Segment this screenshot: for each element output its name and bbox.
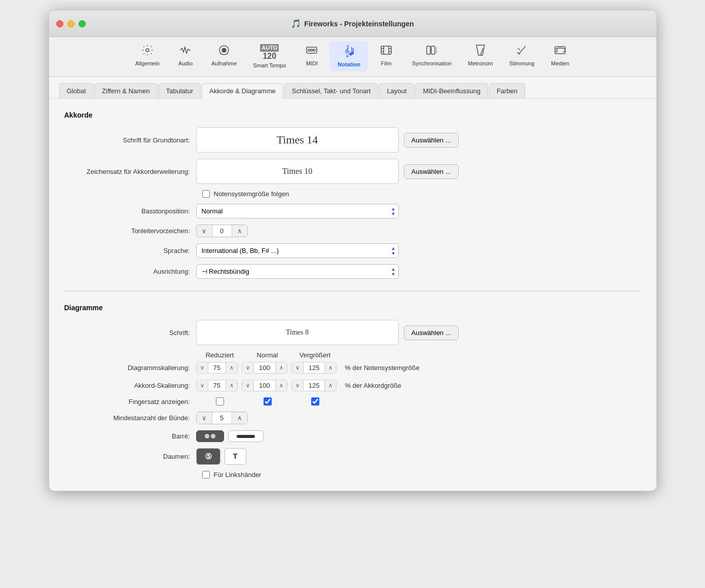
basstonposition-label: Basstonposition:: [64, 207, 196, 215]
notensystem-checkbox[interactable]: [202, 190, 210, 198]
akkordskalierung-suffix: % der Akkordgröße: [345, 382, 401, 389]
ausrichtung-select-wrapper: ⊣ Rechtsbündig Linksbündig Zentriert ▲ ▼: [196, 264, 399, 279]
toolbar-item-medien[interactable]: Medien: [542, 41, 578, 71]
diagramm-vergross-increase[interactable]: ∧: [325, 363, 336, 373]
fingersatz-normal-checkbox[interactable]: [264, 397, 272, 406]
toolbar-item-smart-tempo[interactable]: AUTO 120 Smart Tempo: [245, 41, 294, 71]
sprache-select[interactable]: International (B, Bb, F# ...) Deutsch En…: [196, 243, 399, 258]
basstonposition-select-wrapper: Normal Unten Oben ▲ ▼: [196, 204, 399, 218]
daumen-option-T[interactable]: T: [225, 448, 246, 465]
tab-schlüssel[interactable]: Schlüssel, Takt- und Tonart: [284, 83, 379, 98]
toolbar-item-stimmung[interactable]: Stimmung: [501, 41, 543, 71]
medien-label: Medien: [551, 60, 569, 66]
barre-option-line[interactable]: [228, 430, 264, 442]
basstonposition-select[interactable]: Normal Unten Oben: [196, 204, 399, 218]
akkord-reduziert-increase[interactable]: ∧: [226, 381, 237, 390]
daumen-option-circle[interactable]: ⑤: [196, 448, 220, 465]
svg-line-28: [518, 48, 520, 50]
barre-dots-icon: [205, 434, 215, 438]
tonleitervorzeichen-increase[interactable]: ∧: [232, 225, 247, 237]
toolbar-item-notation[interactable]: 𝄞 Notation: [329, 41, 368, 71]
film-icon: [380, 44, 392, 58]
diagramm-vergross-decrease[interactable]: ∨: [292, 363, 303, 373]
maximize-button[interactable]: [79, 20, 86, 27]
sprache-row: Sprache: International (B, Bb, F# ...) D…: [64, 243, 641, 258]
titlebar: 🎵 Fireworks - Projekteinstellungen: [49, 11, 656, 37]
toolbar-item-metronom[interactable]: Metronom: [460, 41, 501, 71]
audio-icon: [179, 44, 192, 58]
scale-header-vergrossert: Vergrößert: [291, 351, 339, 359]
diagramm-normal-decrease[interactable]: ∨: [242, 363, 253, 373]
tab-midi-beein[interactable]: MIDI-Beeinflussung: [415, 83, 488, 98]
linkshänder-row: Für Linkshänder: [202, 471, 641, 479]
tab-tabulatur[interactable]: Tabulatur: [159, 83, 201, 98]
diagramme-schrift-button[interactable]: Auswählen ...: [404, 325, 459, 340]
diagramm-reduziert-decrease[interactable]: ∨: [197, 363, 208, 373]
fingersatz-vergross-checkbox[interactable]: [311, 397, 319, 406]
mindestanzahl-value: 5: [212, 412, 232, 424]
fingersatz-reduziert-checkbox[interactable]: [216, 397, 224, 406]
window-title: 🎵 Fireworks - Projekteinstellungen: [291, 19, 414, 28]
ausrichtung-select[interactable]: ⊣ Rechtsbündig Linksbündig Zentriert: [196, 264, 399, 279]
window-icon: 🎵: [291, 19, 301, 28]
diagramm-normal-stepper: ∨ 100 ∧: [242, 362, 287, 374]
tabs-bar: Global Ziffern & Namen Tabulatur Akkorde…: [49, 77, 656, 99]
schrift-grundtonart-label: Schrift für Grundtonart:: [64, 136, 196, 144]
svg-text:𝄞: 𝄞: [344, 45, 350, 57]
akkord-normal-decrease[interactable]: ∨: [242, 381, 253, 390]
akkord-reduziert-decrease[interactable]: ∨: [197, 381, 208, 390]
schrift-grundtonart-box: Times 14: [196, 127, 399, 153]
tab-global[interactable]: Global: [59, 83, 94, 98]
barre-options: [196, 430, 264, 442]
diagramm-vergross-stepper: ∨ 125 ∧: [291, 362, 337, 374]
akkord-vergross-decrease[interactable]: ∨: [292, 381, 303, 390]
sprache-select-wrapper: International (B, Bb, F# ...) Deutsch En…: [196, 243, 399, 258]
zeichensatz-box: Times 10: [196, 159, 399, 184]
minimize-button[interactable]: [67, 20, 75, 27]
mindestanzahl-stepper: ∨ 5 ∧: [196, 412, 248, 424]
akkord-normal-increase[interactable]: ∧: [276, 381, 287, 390]
tab-akkorde-diagramme[interactable]: Akkorde & Diagramme: [202, 83, 283, 99]
notensystem-row: Notensystemgröße folgen: [202, 190, 641, 198]
diagramm-normal-val: 100: [253, 362, 276, 373]
sprache-label: Sprache:: [64, 247, 196, 254]
stimmung-icon: [516, 44, 528, 58]
akkordskalierung-row: Akkord-Skalierung: ∨ 75 ∧ ∨ 100 ∧ ∨ 125 …: [64, 380, 641, 391]
zeichensatz-button[interactable]: Auswählen ...: [404, 164, 459, 179]
zeichensatz-row: Zeichensatz für Akkorderweiterung: Times…: [64, 159, 641, 184]
tonleitervorzeichen-row: Tonleitervorzeichen: ∨ 0 ∧: [64, 225, 641, 237]
svg-point-2: [222, 48, 226, 52]
akkord-normal-stepper: ∨ 100 ∧: [242, 380, 287, 391]
toolbar-item-aufnahme[interactable]: Aufnahme: [203, 41, 245, 71]
section-divider: [64, 291, 641, 291]
tonleitervorzeichen-decrease[interactable]: ∨: [197, 225, 212, 237]
tab-layout[interactable]: Layout: [379, 83, 414, 98]
schrift-grundtonart-button[interactable]: Auswählen ...: [404, 133, 459, 148]
sync-label: Synchronisation: [412, 60, 452, 66]
diagramm-normal-increase[interactable]: ∧: [276, 363, 287, 373]
close-button[interactable]: [56, 20, 63, 27]
midi-icon: [306, 44, 318, 58]
tonleitervorzeichen-label: Tonleitervorzeichen:: [64, 227, 196, 235]
mindestanzahl-increase[interactable]: ∧: [232, 412, 247, 424]
daumen-circle-icon: ⑤: [205, 452, 212, 461]
svg-rect-30: [555, 47, 565, 54]
daumen-options: ⑤ T: [196, 448, 246, 465]
akkord-vergross-stepper: ∨ 125 ∧: [291, 380, 337, 391]
medien-icon: [554, 44, 566, 58]
scale-header-reduziert: Reduziert: [196, 351, 244, 359]
mindestanzahl-decrease[interactable]: ∨: [197, 412, 212, 424]
akkord-vergross-increase[interactable]: ∧: [325, 381, 336, 390]
barre-option-dots[interactable]: [196, 430, 224, 442]
toolbar-item-midi[interactable]: MIDI: [294, 41, 329, 71]
linkshänder-checkbox[interactable]: [202, 471, 210, 479]
toolbar-item-film[interactable]: Film: [368, 41, 404, 71]
akkordskalierung-label: Akkord-Skalierung:: [64, 382, 196, 389]
toolbar-item-synchronisation[interactable]: Synchronisation: [404, 41, 460, 71]
schrift-grundtonart-value: Times 14: [277, 133, 318, 146]
diagramm-reduziert-increase[interactable]: ∧: [226, 363, 237, 373]
tab-farben[interactable]: Farben: [489, 83, 525, 98]
toolbar-item-audio[interactable]: Audio: [168, 41, 203, 71]
tab-ziffern[interactable]: Ziffern & Namen: [94, 83, 157, 98]
toolbar-item-allgemein[interactable]: Allgemein: [127, 41, 168, 71]
